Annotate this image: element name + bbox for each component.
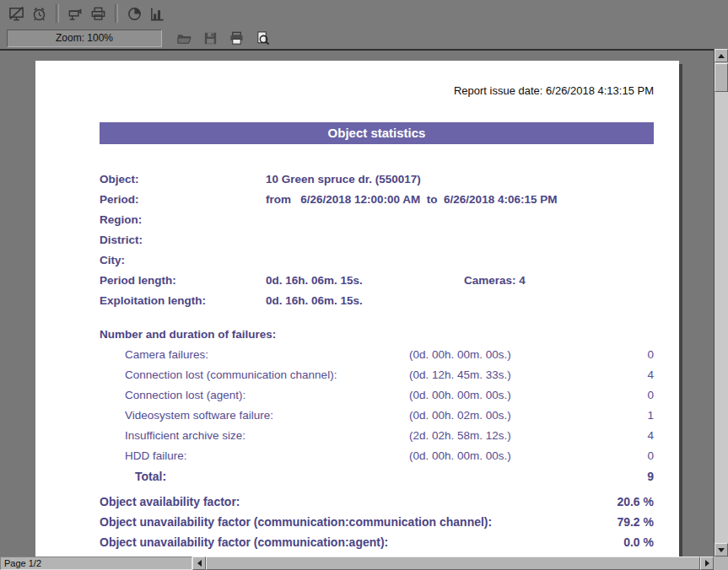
failure-row: Insufficient archive size: (2d. 02h. 58m… xyxy=(100,426,654,446)
failure-duration: (0d. 00h. 00m. 00s.) xyxy=(409,385,603,406)
cameras-count: Cameras: 4 xyxy=(464,271,526,291)
save-report-button[interactable] xyxy=(200,29,221,47)
zoom-level[interactable]: Zoom: 100% xyxy=(7,30,162,47)
report-title: Object statistics xyxy=(100,122,654,144)
bar-chart-icon xyxy=(149,6,165,22)
failure-count: 0 xyxy=(603,345,654,365)
bar-chart-button[interactable] xyxy=(146,3,169,24)
factor-value: 79.2 % xyxy=(595,512,654,532)
scroll-left-button[interactable] xyxy=(192,557,206,570)
field-label: Region: xyxy=(100,210,266,230)
failure-duration: (2d. 02h. 58m. 12s.) xyxy=(409,426,603,446)
report-fields: Object: 10 Green spruce dr. (550017) Per… xyxy=(100,169,654,311)
field-label: Period: xyxy=(100,190,266,210)
report-content: Report issue date: 6/26/2018 4:13:15 PM … xyxy=(35,61,679,557)
report-toolbar: Zoom: 100% xyxy=(0,27,728,49)
alarm-clock-icon xyxy=(31,6,47,22)
printer-icon xyxy=(90,6,106,22)
factor-value: 0.0 % xyxy=(595,532,654,552)
failures-table: Camera failures: (0d. 00h. 00m. 00s.) 0 … xyxy=(100,345,654,487)
field-row-exploitation-length: Exploitation length: 0d. 16h. 06m. 15s. xyxy=(100,291,654,311)
failure-count: 0 xyxy=(603,446,654,466)
factor-value: 20.6 % xyxy=(595,492,654,512)
field-label: City: xyxy=(100,250,266,271)
save-icon xyxy=(202,30,218,46)
scroll-right-button[interactable] xyxy=(700,557,714,570)
arrow-up-icon xyxy=(718,54,725,58)
print-report-button[interactable] xyxy=(226,29,247,47)
scrollbar-corner xyxy=(714,557,728,570)
field-label: District: xyxy=(100,230,266,250)
field-label: Period length: xyxy=(100,271,266,291)
print-icon xyxy=(229,30,245,46)
failure-count: 0 xyxy=(603,385,654,406)
failure-count: 4 xyxy=(603,426,654,446)
failure-duration: (0d. 12h. 45m. 33s.) xyxy=(409,365,603,385)
report-viewer-window: Zoom: 100% Report issue date: 6/26/20 xyxy=(0,0,728,570)
failures-heading: Number and duration of failures: xyxy=(100,325,654,345)
vertical-scroll-thumb[interactable] xyxy=(715,63,728,92)
failure-duration: (0d. 00h. 00m. 00s.) xyxy=(409,345,603,365)
horizontal-scroll-thumb[interactable] xyxy=(206,557,700,570)
preview-icon xyxy=(255,30,271,46)
monitor-off-button[interactable] xyxy=(5,3,28,24)
field-row-period-length: Period length: 0d. 16h. 06m. 15s. Camera… xyxy=(100,271,654,291)
scroll-down-button[interactable] xyxy=(715,543,728,557)
field-value: from 6/26/2018 12:00:00 AM to 6/26/2018 … xyxy=(266,190,557,210)
factor-row: Object unavailability factor (communicat… xyxy=(100,532,654,552)
failure-row: HDD failure: (0d. 00h. 00m. 00s.) 0 xyxy=(100,446,654,466)
toolbar-separator xyxy=(56,4,59,23)
preview-button[interactable] xyxy=(252,29,273,47)
failure-duration: (0d. 00h. 00m. 00s.) xyxy=(409,446,603,466)
factor-row: Object availability factor: 20.6 % xyxy=(100,492,654,512)
failure-label: Connection lost (communication channel): xyxy=(125,365,409,385)
main-toolbar xyxy=(0,0,728,27)
horizontal-scrollbar[interactable] xyxy=(192,557,714,570)
field-value: 0d. 16h. 06m. 15s. xyxy=(266,291,363,311)
camera-icon xyxy=(67,6,84,22)
field-row-city: City: xyxy=(100,250,654,271)
factor-label: Object unavailability factor (communicat… xyxy=(100,532,595,552)
time-pie-icon xyxy=(127,6,143,22)
failure-count: 4 xyxy=(603,365,654,385)
toolbar-separator xyxy=(115,4,118,23)
field-row-region: Region: xyxy=(100,210,654,230)
vertical-scrollbar[interactable] xyxy=(714,49,728,557)
field-value: 10 Green spruce dr. (550017) xyxy=(266,169,421,190)
scroll-up-button[interactable] xyxy=(715,49,728,62)
alarm-clock-button[interactable] xyxy=(28,3,51,24)
total-label: Total: xyxy=(135,466,603,487)
field-row-period: Period: from 6/26/2018 12:00:00 AM to 6/… xyxy=(100,190,654,210)
open-folder-icon xyxy=(176,30,192,46)
field-label: Exploitation length: xyxy=(100,291,266,311)
report-issue-date: Report issue date: 6/26/2018 4:13:15 PM xyxy=(100,84,654,97)
printer-button[interactable] xyxy=(87,3,110,24)
failure-label: HDD failure: xyxy=(125,446,409,466)
failure-row: Connection lost (communication channel):… xyxy=(100,365,654,385)
failure-label: Connection lost (agent): xyxy=(125,385,409,406)
arrow-down-icon xyxy=(718,548,725,552)
failure-row: Connection lost (agent): (0d. 00h. 00m. … xyxy=(100,385,654,406)
field-label: Object: xyxy=(100,169,266,190)
failure-label: Insufficient archive size: xyxy=(125,426,409,446)
field-row-object: Object: 10 Green spruce dr. (550017) xyxy=(100,169,654,190)
field-value: 0d. 16h. 06m. 15s. xyxy=(266,271,464,291)
monitor-off-icon xyxy=(8,6,24,22)
factor-label: Object availability factor: xyxy=(100,492,595,512)
total-value: 9 xyxy=(603,466,654,487)
page-indicator: Page 1/2 xyxy=(0,557,192,570)
arrow-right-icon xyxy=(705,560,709,567)
arrow-left-icon xyxy=(197,560,202,567)
camera-button[interactable] xyxy=(64,3,87,24)
report-page: Report issue date: 6/26/2018 4:13:15 PM … xyxy=(35,61,679,557)
report-viewport: Report issue date: 6/26/2018 4:13:15 PM … xyxy=(0,49,714,557)
factor-label: Object unavailability factor (communicat… xyxy=(100,512,595,532)
factors-section: Object availability factor: 20.6 % Objec… xyxy=(100,492,654,557)
failure-count: 1 xyxy=(603,406,654,426)
time-pie-button[interactable] xyxy=(123,3,146,24)
failure-duration: (0d. 00h. 02m. 00s.) xyxy=(409,406,603,426)
failure-label: Videosystem software failure: xyxy=(125,406,409,426)
field-row-district: District: xyxy=(100,230,654,250)
open-report-button[interactable] xyxy=(174,29,195,47)
factor-row: Object unavailability factor (communicat… xyxy=(100,512,654,532)
